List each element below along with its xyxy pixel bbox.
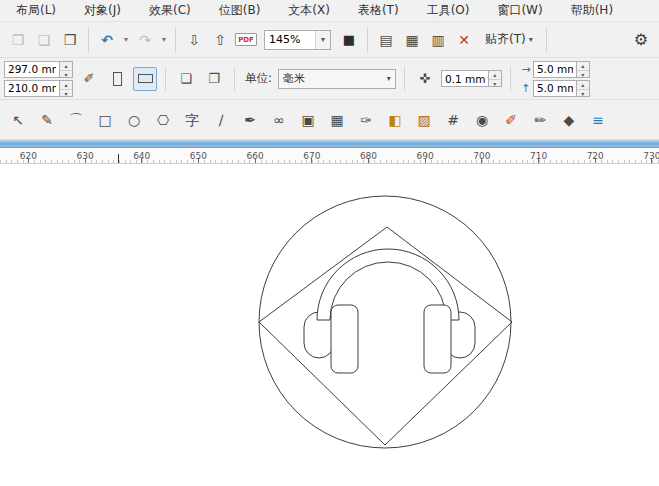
ear-cup-left[interactable] [331, 305, 358, 373]
units-dropdown[interactable]: 毫米 ▾ [278, 69, 396, 89]
import-icon[interactable]: ⇩ [182, 28, 206, 52]
ruler-tick: 620 [0, 148, 57, 163]
toolbox: ↖ ✎ ⌒ □ ○ ⎔ 字 [0, 100, 659, 140]
ruler-scale: 620 630 640 650 660 670 [0, 148, 659, 163]
ruler-tick: 710 [510, 148, 567, 163]
options-gear-icon[interactable]: ⚙ [629, 28, 653, 52]
ear-cup-right[interactable] [424, 305, 451, 373]
duplicate-distance-fields: → ▴▾ ↑ ▴▾ [519, 61, 590, 97]
current-page-icon[interactable]: ❐ [202, 67, 226, 91]
menu-item[interactable]: 文本(X) [274, 0, 344, 21]
artistic-media-tool-icon[interactable]: ✐ [498, 107, 524, 133]
separator [510, 67, 511, 91]
snap-dropdown[interactable]: 贴齐(T) ▾ [478, 27, 540, 52]
shape-tool-icon[interactable]: ✎ [34, 107, 60, 133]
zoom-combobox: ▾ [264, 30, 331, 50]
landscape-orientation-icon[interactable] [133, 67, 157, 91]
paste-special-icon[interactable]: ❒ [58, 28, 82, 52]
chevron-down-icon: ▾ [387, 74, 391, 83]
fullscreen-preview-icon[interactable]: ■ [337, 28, 361, 52]
ellipse-tool-icon[interactable]: ○ [121, 107, 147, 133]
rectangle-tool-icon[interactable]: □ [92, 107, 118, 133]
ruler-cursor-marker [118, 154, 119, 163]
export-icon[interactable]: ⇧ [208, 28, 232, 52]
duplicate-y-icon: ↑ [519, 82, 533, 95]
text-tool-icon[interactable]: 字 [179, 107, 205, 133]
eyedropper-tool-icon[interactable]: ✑ [353, 107, 379, 133]
curve-tool-icon[interactable]: ⌒ [63, 107, 89, 133]
corel-app-window: 布局(L) 对象(J) 效果(C) 位图(B) 文本(X) 表格(T) 工具(O… [0, 0, 659, 486]
outline-tool-icon[interactable]: ◆ [556, 107, 582, 133]
menu-item[interactable]: 工具(O) [413, 0, 484, 21]
ink-bottle-tool-icon[interactable]: ◉ [469, 107, 495, 133]
redo-button[interactable]: ↷ [133, 28, 157, 52]
paste-icon[interactable]: ❐ [6, 28, 30, 52]
ruler-tick: 630 [57, 148, 114, 163]
separator [88, 28, 89, 52]
menu-item[interactable]: 窗口(W) [483, 0, 556, 21]
disable-snap-icon[interactable]: ✕ [452, 28, 476, 52]
drawing-canvas[interactable] [0, 164, 659, 486]
page-height-field[interactable] [4, 80, 60, 97]
page-size-fields: ▴▾ ▴▾ [4, 61, 73, 97]
headphones-logo-drawing [0, 164, 659, 486]
show-guidelines-icon[interactable]: ▥ [426, 28, 450, 52]
fill-tool-icon[interactable]: ◧ [382, 107, 408, 133]
publish-pdf-icon[interactable]: PDF [234, 28, 258, 52]
zoom-dropdown-caret[interactable]: ▾ [315, 31, 330, 49]
duplicate-y-spinner[interactable]: ▴▾ [577, 80, 590, 97]
ruler-tick: 690 [397, 148, 454, 163]
pen-tool-icon[interactable]: ✏ [527, 107, 553, 133]
nudge-distance-field[interactable] [441, 70, 489, 87]
duplicate-x-spinner[interactable]: ▴▾ [577, 61, 590, 78]
page-setup-icon[interactable]: ✐ [77, 67, 101, 91]
separator [175, 28, 176, 52]
pattern-tool-icon[interactable]: ▦ [324, 107, 350, 133]
sliders-icon[interactable]: ≡ [585, 107, 611, 133]
separator [165, 67, 166, 91]
horizontal-ruler[interactable]: 620 630 640 650 660 670 [0, 148, 659, 164]
undo-button[interactable]: ↶ [95, 28, 119, 52]
redo-dropdown-caret[interactable]: ▾ [159, 28, 169, 52]
ruler-tick: 730 [624, 148, 659, 163]
units-label: 单位: [243, 71, 274, 86]
pick-tool-icon[interactable]: ↖ [5, 107, 31, 133]
ruler-tick: 700 [454, 148, 511, 163]
mesh-fill-tool-icon[interactable]: ▨ [411, 107, 437, 133]
standard-toolbar: ❐ ❏ ❒ ↶ ▾ ↷ ▾ ⇩ ⇧ PDF ▾ ■ ▤ ▦ ▥ ✕ 贴齐(T) … [0, 22, 659, 58]
all-pages-icon[interactable]: ❏ [174, 67, 198, 91]
portrait-orientation-icon[interactable] [105, 67, 129, 91]
menu-item[interactable]: 帮助(H) [557, 0, 627, 21]
grid-tool-icon[interactable]: # [440, 107, 466, 133]
bezier-tool-icon[interactable]: ✒ [237, 107, 263, 133]
copy-icon[interactable]: ❏ [32, 28, 56, 52]
show-grid-icon[interactable]: ▦ [400, 28, 424, 52]
menu-item[interactable]: 布局(L) [2, 0, 70, 21]
page-width-spinner[interactable]: ▴▾ [60, 61, 73, 78]
ruler-tick: 680 [340, 148, 397, 163]
freehand-tool-icon[interactable]: ∕ [208, 107, 234, 133]
menu-item[interactable]: 效果(C) [135, 0, 205, 21]
duplicate-y-field[interactable] [533, 80, 577, 97]
polygon-tool-icon[interactable]: ⎔ [150, 107, 176, 133]
property-bar: ▴▾ ▴▾ ✐ ❏ ❐ 单位: 毫米 ▾ ✜ ▴▾ → [0, 58, 659, 100]
page-width-field[interactable] [4, 61, 60, 78]
ruler-tick: 650 [170, 148, 227, 163]
chevron-down-icon: ▾ [529, 35, 533, 44]
basic-shapes-tool-icon[interactable]: ∞ [266, 107, 292, 133]
nudge-distance-icon[interactable]: ✜ [413, 67, 437, 91]
frame-tool-icon[interactable]: ▣ [295, 107, 321, 133]
nudge-spinner[interactable]: ▴▾ [489, 70, 502, 87]
duplicate-x-field[interactable] [533, 61, 577, 78]
menu-item[interactable]: 对象(J) [70, 0, 135, 21]
accent-strip [0, 140, 659, 148]
ruler-tick: 670 [283, 148, 340, 163]
undo-dropdown-caret[interactable]: ▾ [121, 28, 131, 52]
page-height-spinner[interactable]: ▴▾ [60, 80, 73, 97]
ruler-tick: 660 [227, 148, 284, 163]
show-rulers-icon[interactable]: ▤ [374, 28, 398, 52]
menu-item[interactable]: 表格(T) [344, 0, 413, 21]
zoom-input[interactable] [265, 31, 315, 49]
menu-bar: 布局(L) 对象(J) 效果(C) 位图(B) 文本(X) 表格(T) 工具(O… [0, 0, 659, 22]
menu-item[interactable]: 位图(B) [205, 0, 275, 21]
